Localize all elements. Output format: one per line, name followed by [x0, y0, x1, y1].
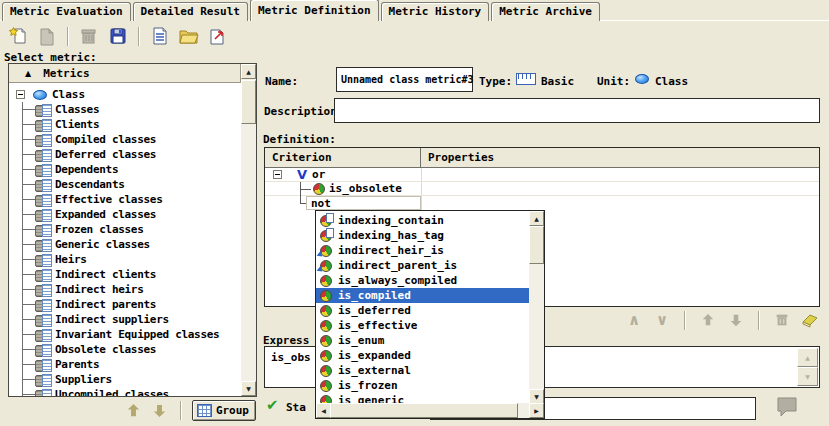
tree-item-indirect-clients[interactable]: Indirect clients [10, 267, 241, 282]
scrollbar-thumb[interactable] [241, 80, 256, 124]
dropdown-item-is-deferred[interactable]: is_deferred [316, 303, 529, 318]
criterion-pie-icon [320, 290, 332, 302]
tab-metric-history[interactable]: Metric History [381, 2, 490, 21]
dropdown-item-indexing-has-tag[interactable]: indexing_has_tag [316, 228, 529, 243]
tree-item-label: Deferred classes [55, 148, 156, 161]
definition-row-or[interactable]: V or [265, 168, 819, 182]
scrollbar-thumb[interactable] [529, 226, 544, 264]
scroll-up-icon[interactable]: ▲ [241, 64, 256, 79]
dropdown-item-label: is_effective [338, 319, 417, 332]
description-input[interactable] [334, 98, 820, 123]
tab-bar: Metric Evaluation Detailed Result Metric… [0, 0, 829, 21]
dropdown-item-indirect-heir-is[interactable]: indirect_heir_is [316, 243, 529, 258]
move-up-icon[interactable] [124, 401, 144, 419]
tree-item-expanded-classes[interactable]: Expanded classes [10, 207, 241, 222]
tree-item-indirect-heirs[interactable]: Indirect heirs [10, 282, 241, 297]
class-metric-icon [35, 179, 52, 191]
tree-item-dependents[interactable]: Dependents [10, 162, 241, 177]
dropdown-item-is-expanded[interactable]: is_expanded [316, 348, 529, 363]
name-input[interactable]: Unnamed class metric#3 [336, 67, 473, 92]
name-input-value: Unnamed class metric#3 [341, 74, 473, 85]
dropdown-item-indirect-parent-is[interactable]: indirect_parent_is [316, 258, 529, 273]
collapse-icon[interactable] [16, 90, 25, 99]
tree-item-frozen-classes[interactable]: Frozen classes [10, 222, 241, 237]
scrollbar-thumb[interactable] [330, 403, 518, 418]
tree-item-heirs[interactable]: Heirs [10, 252, 241, 267]
dropdown-item-label: is_enum [338, 334, 384, 347]
open-metric-file-icon[interactable] [176, 24, 202, 48]
move-down-icon[interactable] [150, 401, 170, 419]
dropdown-item-is-effective[interactable]: is_effective [316, 318, 529, 333]
tree-connector-line [22, 252, 35, 267]
scroll-down-icon[interactable]: ▼ [241, 381, 256, 396]
properties-column-header[interactable]: Properties [421, 151, 494, 164]
dropdown-hscrollbar[interactable]: ◀ ▶ [316, 403, 544, 418]
eraser-icon[interactable] [800, 310, 820, 330]
tree-item-generic-classes[interactable]: Generic classes [10, 237, 241, 252]
class-metric-icon [35, 374, 52, 386]
type-value: Basic [541, 75, 574, 88]
tab-detailed-result[interactable]: Detailed Result [133, 2, 248, 21]
tab-metric-definition[interactable]: Metric Definition [250, 0, 379, 21]
definition-row-not[interactable]: not [265, 196, 819, 210]
new-metric-icon[interactable] [5, 24, 31, 48]
group-button[interactable]: Group [192, 400, 256, 421]
metric-list-header[interactable]: ▲ Metrics [9, 64, 241, 83]
dropdown-item-is-enum[interactable]: is_enum [316, 333, 529, 348]
tree-connector-line [22, 387, 35, 396]
class-metric-icon [35, 329, 52, 341]
tree-item-obsolete-classes[interactable]: Obsolete classes [10, 342, 241, 357]
tree-item-deferred-classes[interactable]: Deferred classes [10, 147, 241, 162]
scroll-right-icon[interactable]: ▶ [529, 403, 544, 418]
scroll-up-icon[interactable]: ▲ [529, 211, 544, 226]
tree-item-descendants[interactable]: Descendants [10, 177, 241, 192]
class-metric-icon [35, 149, 52, 161]
tab-metric-evaluation[interactable]: Metric Evaluation [2, 2, 131, 21]
collapse-icon[interactable] [273, 170, 282, 179]
dropdown-item-is-always-compiled[interactable]: is_always_compiled [316, 273, 529, 288]
dropdown-item-is-external[interactable]: is_external [316, 363, 529, 378]
class-metric-icon [35, 194, 52, 206]
criterion-pie-icon [313, 183, 325, 195]
tree-root-class[interactable]: Class [10, 87, 241, 102]
dropdown-vscrollbar[interactable]: ▲ ▼ [529, 211, 544, 403]
tree-item-effective-classes[interactable]: Effective classes [10, 192, 241, 207]
tree-item-clients[interactable]: Clients [10, 117, 241, 132]
dropdown-item-is-compiled[interactable]: is_compiled [316, 288, 529, 303]
tree-item-label: Parents [55, 358, 99, 371]
class-metric-icon [35, 359, 52, 371]
tree-item-indirect-suppliers[interactable]: Indirect suppliers [10, 312, 241, 327]
spin-up-icon[interactable]: ▲ [797, 348, 818, 367]
dropdown-item-label: is_expanded [338, 349, 411, 362]
tree-item-label: Invariant Equipped classes [55, 328, 219, 341]
tree-item-label: Suppliers [55, 373, 112, 386]
import-metrics-icon[interactable] [147, 24, 173, 48]
tree-item-compiled-classes[interactable]: Compiled classes [10, 132, 241, 147]
tree-item-parents[interactable]: Parents [10, 357, 241, 372]
dropdown-item-indexing-contain[interactable]: indexing_contain [316, 213, 529, 228]
tree-item-invariant-equipped-classes[interactable]: Invariant Equipped classes [10, 327, 241, 342]
tree-item-classes[interactable]: Classes [10, 102, 241, 117]
tree-item-label: Compiled classes [55, 133, 156, 146]
metric-list-scrollbar[interactable]: ▲ ▼ [241, 64, 256, 396]
tree-connector-line [22, 162, 35, 177]
tree-connector-line [22, 222, 35, 237]
tree-item-suppliers[interactable]: Suppliers [10, 372, 241, 387]
spin-down-icon[interactable]: ▼ [797, 367, 818, 386]
criterion-column-header[interactable]: Criterion [265, 148, 421, 167]
save-metric-icon[interactable] [105, 24, 131, 48]
criterion-edit-cell[interactable]: not [306, 196, 421, 210]
scroll-left-icon[interactable]: ◀ [316, 403, 331, 418]
dropdown-item-is-frozen[interactable]: is_frozen [316, 378, 529, 393]
tree-item-uncompiled-classes[interactable]: Uncompiled classes [10, 387, 241, 396]
comment-bubble-icon[interactable] [774, 395, 800, 422]
tab-metric-archive[interactable]: Metric Archive [491, 2, 600, 21]
tree-item-indirect-parents[interactable]: Indirect parents [10, 297, 241, 312]
definition-row-is-obsolete[interactable]: is_obsolete [265, 182, 819, 196]
tree-connector-line [22, 357, 35, 372]
export-metrics-icon[interactable] [205, 24, 231, 48]
scroll-down-icon[interactable]: ▼ [529, 389, 544, 404]
unit-value: Class [655, 75, 688, 88]
class-metric-icon [35, 284, 52, 296]
metric-toolbar [5, 23, 231, 49]
